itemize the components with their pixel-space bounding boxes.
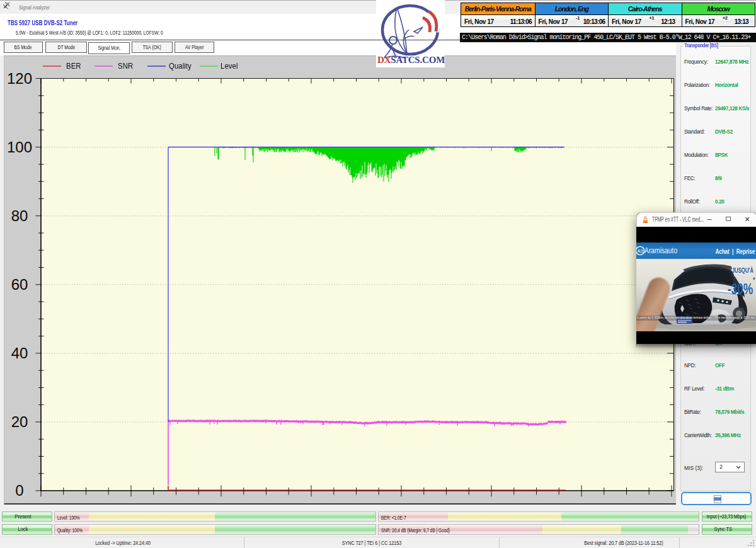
svg-text:A3: A3 [637, 249, 643, 253]
svg-text:DXSATCS.COM: DXSATCS.COM [377, 55, 445, 65]
